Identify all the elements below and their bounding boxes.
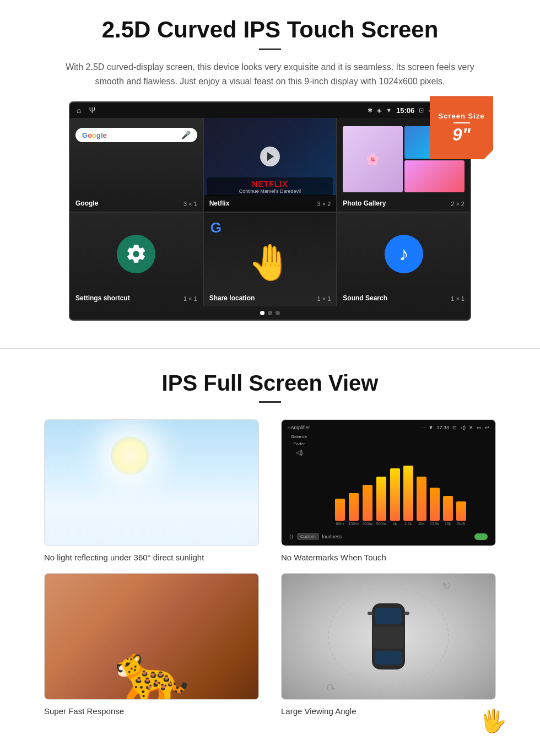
- home-icon[interactable]: ⌂: [77, 106, 81, 115]
- eq-bar-2: [349, 493, 359, 521]
- google-search-bar[interactable]: Google 🎤: [75, 128, 197, 142]
- equalizer-label: No Watermarks When Touch: [281, 553, 496, 562]
- sound-search-cell[interactable]: ♪ Sound Search 1 × 1: [337, 213, 470, 306]
- status-left: ⌂ Ψ: [77, 106, 95, 115]
- eq-wifi-icon: ▼: [429, 425, 434, 430]
- eq-prev-icon[interactable]: ⟨⟨: [289, 534, 294, 539]
- section-curved-screen: 2.5D Curved IPS Touch Screen With 2.5D c…: [0, 0, 540, 332]
- eq-bar-4: [376, 477, 386, 521]
- eq-time: 17:33: [436, 425, 449, 430]
- android-screen: ⌂ Ψ ✱ ◈ ▼ 15:06 ⊡ ◁) ✕ ▭ ↩: [69, 101, 471, 321]
- gallery-size: 2 × 2: [451, 201, 465, 207]
- camera-icon[interactable]: ⊡: [419, 107, 424, 114]
- sound-label: Sound Search: [343, 294, 387, 302]
- eq-bar-wrap-6: 2.5k: [403, 466, 413, 526]
- app-grid-top: Google 🎤 Google 3 × 1 NETFLIX Continue M…: [70, 118, 470, 306]
- netflix-overlay: NETFLIX Continue Marvel's Daredevil: [207, 177, 333, 196]
- badge-title: Screen Size: [439, 112, 485, 120]
- section2-title: IPS Full Screen View: [33, 371, 507, 396]
- share-label: Share location: [209, 294, 255, 302]
- google-label: Google: [75, 199, 98, 207]
- screen-size-badge: Screen Size 9": [430, 96, 493, 159]
- screen-wrapper: Screen Size 9" ⌂ Ψ ✱ ◈ ▼ 15:06 ⊡ ◁) ✕: [69, 101, 471, 321]
- location-icon: ◈: [377, 107, 381, 114]
- page-dots: [70, 306, 470, 320]
- sunlight-image: [44, 419, 259, 546]
- dot-2[interactable]: [268, 311, 272, 315]
- google-maps-icon: G: [210, 219, 222, 236]
- eq-bar-8: [430, 488, 440, 521]
- fader-label: Fader: [288, 441, 310, 446]
- title-underline: [259, 48, 281, 50]
- eq-bar-9: [443, 496, 453, 521]
- cheetah-emoji: 🐆: [114, 644, 190, 700]
- eq-loudness-toggle[interactable]: [474, 533, 488, 540]
- eq-title: Amplifier: [290, 425, 310, 430]
- equalizer-image: ⌂ Amplifier ··· ▼ 17:33 ⊡ ◁) ✕ ▭ ↩: [281, 419, 496, 546]
- dot-3[interactable]: [276, 311, 280, 315]
- car-image: ↻ ↻: [281, 573, 496, 700]
- rotation-arrow-bottom: ↻: [323, 679, 338, 695]
- rotation-arrow-top: ↻: [439, 578, 454, 594]
- gear-icon: [125, 243, 147, 265]
- eq-bar-wrap-4: 500hz: [376, 477, 387, 526]
- status-bar: ⌂ Ψ ✱ ◈ ▼ 15:06 ⊡ ◁) ✕ ▭ ↩: [70, 102, 470, 118]
- eq-footer: ⟨⟨ Custom loudness: [285, 531, 492, 542]
- eq-header: ⌂ Amplifier ··· ▼ 17:33 ⊡ ◁) ✕ ▭ ↩: [285, 423, 492, 432]
- netflix-logo: NETFLIX: [210, 180, 330, 188]
- share-location-cell[interactable]: G 🤚 Share location 1 × 1: [204, 213, 337, 306]
- badge-size: 9": [452, 126, 471, 143]
- eq-bar-6: [403, 466, 413, 521]
- settings-icon-circle: [117, 235, 155, 273]
- usb-icon: Ψ: [89, 106, 95, 115]
- eq-custom-label[interactable]: Custom: [297, 533, 319, 540]
- eq-camera-icon: ⊡: [452, 425, 457, 430]
- eq-bar-1: [335, 499, 345, 521]
- eq-loudness-label: loudness: [322, 534, 342, 539]
- eq-bar-3: [363, 485, 372, 521]
- settings-label: Settings shortcut: [75, 294, 130, 302]
- feature-sunlight: No light reflecting under 360° direct su…: [44, 419, 259, 562]
- eq-vol-icon: ◁): [460, 425, 466, 430]
- car-label: Large Viewing Angle: [281, 706, 496, 716]
- section2-underline: [259, 401, 281, 403]
- section1-description: With 2.5D curved-display screen, this de…: [55, 60, 485, 88]
- eq-bar-7: [417, 477, 426, 521]
- feature-cheetah: 🐆 Super Fast Response: [44, 573, 259, 716]
- netflix-app-cell[interactable]: NETFLIX Continue Marvel's Daredevil Netf…: [204, 118, 337, 212]
- settings-cell[interactable]: Settings shortcut 1 × 1: [70, 213, 203, 306]
- balance-label: Balance: [288, 434, 310, 439]
- gallery-label: Photo Gallery: [343, 199, 386, 207]
- hand-icon: 🤚: [248, 242, 292, 283]
- dot-1[interactable]: [260, 311, 264, 315]
- play-button[interactable]: [260, 147, 280, 166]
- google-logo: Google: [82, 131, 107, 139]
- eq-bar-wrap-7: 10k: [417, 477, 426, 526]
- status-time: 15:06: [396, 106, 414, 115]
- cheetah-label: Super Fast Response: [44, 706, 259, 716]
- section1-title: 2.5D Curved IPS Touch Screen: [33, 17, 507, 43]
- eq-bar-wrap-2: 100hz: [348, 493, 359, 526]
- eq-bar-wrap-1: 60hz: [335, 499, 345, 526]
- sound-circle: ♪: [385, 235, 423, 273]
- netflix-size: 3 × 2: [317, 201, 331, 207]
- eq-dots-icon: ···: [421, 425, 425, 430]
- eq-bar-wrap-3: 200hz: [362, 485, 372, 526]
- sunlight-label: No light reflecting under 360° direct su…: [44, 553, 259, 562]
- sound-size: 1 × 1: [451, 295, 465, 302]
- eq-bar-wrap-8: 12.5k: [430, 488, 440, 526]
- mic-icon[interactable]: 🎤: [181, 131, 191, 139]
- netflix-label: Netflix: [209, 199, 230, 207]
- eq-bar-wrap-5: 1k: [390, 468, 400, 526]
- google-size: 3 × 1: [183, 201, 197, 207]
- badge-dash: [453, 122, 470, 123]
- google-app-cell[interactable]: Google 🎤 Google 3 × 1: [70, 118, 203, 212]
- eq-bars-container: 60hz 100hz 200hz 500hz: [312, 434, 489, 528]
- feature-grid: No light reflecting under 360° direct su…: [44, 419, 496, 716]
- eq-bar-10: [456, 501, 466, 521]
- share-size: 1 × 1: [317, 295, 331, 302]
- photo-flower: 🌸: [343, 126, 403, 192]
- settings-size: 1 × 1: [183, 295, 197, 302]
- eq-screen-icon: ▭: [477, 425, 482, 430]
- eq-bar-wrap-10: SUB: [456, 501, 466, 526]
